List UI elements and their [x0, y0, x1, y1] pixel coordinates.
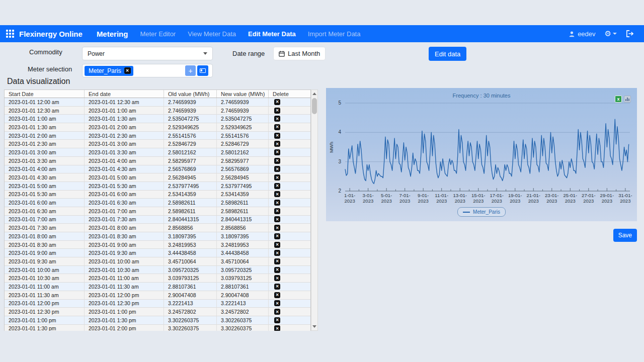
delete-row-button[interactable]: ✕	[274, 233, 280, 239]
delete-row-button[interactable]: ✕	[274, 208, 280, 214]
table-cell: 2023-01-01 10:00 am	[5, 266, 85, 274]
delete-row-button[interactable]: ✕	[274, 141, 280, 147]
delete-row-button[interactable]: ✕	[274, 99, 280, 105]
navbar: Flexinergy Online Metering Meter Editor …	[0, 25, 644, 42]
delete-row-button[interactable]: ✕	[274, 242, 280, 248]
table-header: Start Date End date Old value (MWh) New …	[4, 89, 311, 98]
table-cell: 2.52846729	[217, 140, 269, 148]
x-tick-label: 3-01-	[363, 193, 374, 198]
save-button[interactable]: Save	[613, 229, 637, 242]
daterange-value: Last Month	[288, 50, 320, 57]
table-cell: 2.58012162	[217, 148, 269, 156]
table-cell: 2.58982611	[164, 199, 217, 207]
col-old-value: Old value (MWh)	[164, 90, 217, 98]
table-cell: 3.039793125	[164, 274, 217, 282]
delete-row-button[interactable]: ✕	[274, 250, 280, 256]
delete-row-button[interactable]: ✕	[274, 108, 280, 114]
nav-section-metering[interactable]: Metering	[97, 30, 128, 38]
nav-item-meter-editor[interactable]: Meter Editor	[140, 30, 176, 38]
delete-row-button[interactable]: ✕	[274, 174, 280, 180]
table-cell: 2023-01-01 2:30 am	[85, 132, 164, 140]
delete-row-button[interactable]: ✕	[274, 149, 280, 155]
apps-grid-icon[interactable]	[6, 30, 14, 38]
scroll-up-icon[interactable]	[312, 93, 316, 95]
chevron-down-icon	[203, 52, 207, 55]
delete-row-button[interactable]: ✕	[274, 258, 280, 264]
nav-item-view-meter-data[interactable]: View Meter Data	[188, 30, 236, 38]
table-body: 2023-01-01 12:00 am2023-01-01 12:30 am2.…	[4, 98, 311, 331]
table-cell-delete: ✕	[269, 191, 310, 199]
table-row: 2023-01-01 10:30 am2023-01-01 11:00 am3.…	[5, 274, 310, 283]
daterange-button[interactable]: Last Month	[273, 47, 326, 60]
table-cell: 2023-01-01 3:00 am	[5, 148, 85, 156]
meter-actions: +	[185, 65, 208, 76]
scroll-thumb[interactable]	[312, 98, 317, 114]
x-tick-label: 2023	[455, 198, 465, 204]
calendar-icon	[279, 51, 285, 57]
delete-row-button[interactable]: ✕	[274, 183, 280, 189]
logout-icon[interactable]	[626, 30, 634, 37]
chart-legend[interactable]: Meter_Paris	[457, 207, 506, 217]
table-cell-delete: ✕	[269, 98, 310, 106]
table-cell: 2023-01-01 4:30 am	[5, 173, 85, 182]
delete-row-button[interactable]: ✕	[274, 275, 280, 281]
delete-row-button[interactable]: ✕	[274, 191, 280, 197]
table-cell: 2023-01-01 9:00 am	[5, 249, 85, 257]
table-row: 2023-01-01 11:30 am2023-01-01 12:00 pm2.…	[5, 291, 310, 300]
table-row: 2023-01-01 9:00 am2023-01-01 9:30 am3.44…	[5, 249, 310, 257]
delete-row-button[interactable]: ✕	[274, 158, 280, 164]
scroll-down-icon[interactable]	[312, 325, 316, 328]
table-cell: 2.90047408	[217, 291, 269, 299]
delete-row-button[interactable]: ✕	[274, 216, 280, 222]
table-cell: 3.24572802	[217, 308, 269, 316]
table-row: 2023-01-01 2:00 am2023-01-01 2:30 am2.55…	[5, 132, 310, 140]
add-meter-button[interactable]: +	[185, 65, 196, 76]
delete-row-button[interactable]: ✕	[274, 325, 280, 331]
delete-row-button[interactable]: ✕	[274, 116, 280, 122]
delete-row-button[interactable]: ✕	[274, 133, 280, 139]
legend-label: Meter_Paris	[473, 209, 500, 215]
delete-row-button[interactable]: ✕	[274, 200, 280, 206]
table-cell: 3.095720325	[164, 266, 217, 274]
table-row: 2023-01-01 8:30 am2023-01-01 9:00 am3.24…	[5, 241, 310, 249]
table-cell-delete: ✕	[269, 140, 310, 148]
table-cell: 2.58982611	[217, 207, 269, 215]
settings-menu[interactable]: ⚙	[605, 29, 617, 38]
table-cell-delete: ✕	[269, 173, 310, 182]
x-tick-label: 9-01-	[418, 193, 429, 198]
table-cell: 3.24819953	[217, 241, 269, 249]
table-cell: 2.53414359	[164, 191, 217, 199]
table-cell: 2.55141576	[217, 132, 269, 140]
table-cell-delete: ✕	[269, 148, 310, 156]
table-cell: 2023-01-01 7:00 am	[85, 207, 164, 215]
delete-row-button[interactable]: ✕	[274, 225, 280, 231]
delete-row-button[interactable]: ✕	[274, 300, 280, 306]
tag-close-icon[interactable]: ✕	[124, 67, 131, 74]
table-cell: 2023-01-01 9:30 am	[85, 249, 164, 257]
delete-row-button[interactable]: ✕	[274, 124, 280, 130]
delete-row-button[interactable]: ✕	[274, 267, 280, 273]
browse-meters-button[interactable]	[197, 65, 208, 76]
table-cell: 2023-01-01 5:00 am	[5, 182, 85, 190]
table-cell: 2.74659939	[217, 98, 269, 106]
table-cell: 2.88107361	[217, 283, 269, 291]
x-tick-label: 2023	[528, 198, 539, 204]
table-cell: 3.039793125	[217, 274, 269, 282]
nav-item-import-meter-data[interactable]: Import Meter Data	[308, 30, 361, 38]
x-tick-label: 2023	[492, 198, 502, 204]
table-scrollbar[interactable]	[311, 89, 318, 331]
edit-data-button[interactable]: Edit data	[429, 47, 466, 61]
page-title: Data visualization	[7, 77, 70, 86]
user-chip[interactable]: eedev	[569, 30, 595, 38]
delete-row-button[interactable]: ✕	[274, 309, 280, 315]
x-tick-label: 2023	[510, 198, 520, 204]
delete-row-button[interactable]: ✕	[274, 317, 280, 323]
delete-row-button[interactable]: ✕	[274, 292, 280, 298]
delete-row-button[interactable]: ✕	[274, 284, 280, 290]
table-row: 2023-01-01 6:30 am2023-01-01 7:00 am2.58…	[5, 207, 310, 216]
table-cell: 2.90047408	[164, 291, 217, 299]
delete-row-button[interactable]: ✕	[274, 166, 280, 172]
nav-item-edit-meter-data[interactable]: Edit Meter Data	[248, 30, 296, 38]
commodity-select[interactable]: Power	[82, 47, 213, 60]
table-cell: 2023-01-01 1:00 pm	[5, 316, 85, 324]
